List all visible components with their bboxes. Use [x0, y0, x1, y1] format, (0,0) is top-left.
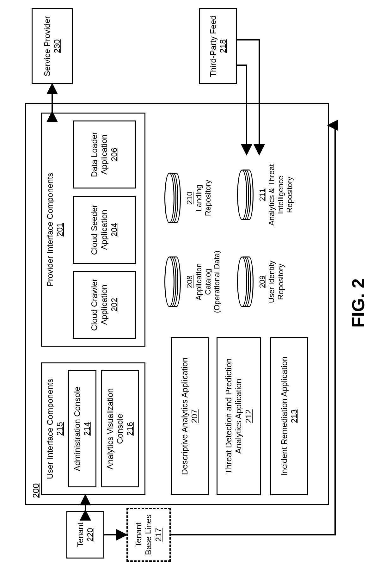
system-num: 200: [31, 483, 41, 498]
tenant-num: 220: [85, 528, 95, 541]
landing-l2: Repository: [204, 180, 212, 216]
analytics-l2: Intelligence: [276, 176, 285, 214]
db-catalog: 208 Application Catalog (Operational Dat…: [164, 245, 222, 318]
viz-l1: Analytics Visualization: [105, 388, 115, 470]
catalog-l1: Application: [194, 263, 203, 300]
tp-num: 218: [218, 39, 228, 53]
threat-l2: Analytics Application: [234, 379, 243, 454]
loader-num: 206: [109, 148, 119, 161]
tenant-baselines-box: Tenant Base Lines 217: [126, 508, 171, 562]
viz-console: Analytics Visualization Console 216: [101, 370, 139, 487]
admin-num: 214: [82, 422, 92, 435]
analytics-num: 211: [258, 188, 266, 201]
threat-num: 212: [244, 409, 254, 423]
db-identity: 209 User Identity Repository: [237, 245, 285, 318]
incident-label: Incident Remediation Application: [279, 356, 289, 476]
threat-l1: Threat Detection and Prediction: [224, 358, 234, 474]
sp-num: 230: [52, 39, 62, 53]
identity-num: 209: [258, 275, 266, 288]
db-analytics: 211 Analytics & Threat Intelligence Repo…: [237, 157, 294, 233]
landing-l1: Landing: [194, 184, 203, 211]
loader-l1: Data Loader: [89, 132, 99, 177]
crawler-l1: Cloud Crawler: [89, 279, 99, 331]
seeder-app: Cloud Seeder Application 204: [73, 196, 136, 264]
admin-console: Administration Console 214: [68, 370, 96, 487]
tbl-l1: Tenant: [134, 522, 144, 547]
service-provider-box: Service Provider 230: [32, 8, 73, 84]
third-party-box: Third-Party Feed 218: [199, 8, 237, 84]
analytics-l3: Repository: [285, 177, 294, 213]
ui-title: User Interface Components: [45, 379, 55, 479]
crawler-l2: Application: [99, 285, 109, 325]
loader-app: Data Loader Application 206: [73, 120, 136, 188]
identity-l2: Repository: [276, 264, 285, 300]
analytics-l1: Analytics & Threat: [267, 164, 276, 225]
catalog-l2: Catalog: [204, 269, 212, 295]
threat-app: Threat Detection and Prediction Analytic…: [217, 337, 261, 495]
prov-num: 201: [55, 223, 64, 236]
loader-l2: Application: [99, 134, 109, 175]
desc-label: Descriptive Analytics Application: [180, 357, 190, 475]
desc-num: 207: [190, 409, 199, 423]
crawler-num: 202: [109, 298, 119, 312]
incident-app: Incident Remediation Application 213: [270, 337, 308, 495]
ui-num: 215: [55, 422, 64, 435]
crawler-app: Cloud Crawler Application 202: [73, 271, 136, 339]
catalog-l3: (Operational Data): [212, 250, 221, 313]
figure-label: FIG. 2: [348, 278, 368, 328]
admin-label: Administration Console: [72, 386, 82, 471]
catalog-num: 208: [185, 275, 194, 288]
seeder-num: 204: [109, 223, 119, 237]
sp-label: Service Provider: [42, 16, 52, 77]
viz-num: 216: [125, 422, 135, 435]
descriptive-app: Descriptive Analytics Application 207: [171, 337, 209, 495]
db-landing: 210 Landing Repository: [164, 166, 212, 230]
tp-label: Third-Party Feed: [208, 15, 218, 77]
tbl-l2: Base Lines: [144, 515, 153, 555]
prov-title: Provider Interface Components: [45, 173, 55, 287]
seeder-l1: Cloud Seeder: [89, 205, 99, 255]
seeder-l2: Application: [99, 210, 109, 250]
tbl-num: 217: [154, 528, 163, 541]
viz-l2: Console: [115, 414, 125, 444]
incident-num: 213: [289, 409, 299, 423]
tenant-box: Tenant 220: [66, 511, 104, 559]
tenant-label: Tenant: [76, 522, 85, 547]
identity-l1: User Identity: [267, 261, 276, 303]
landing-num: 210: [185, 192, 194, 204]
